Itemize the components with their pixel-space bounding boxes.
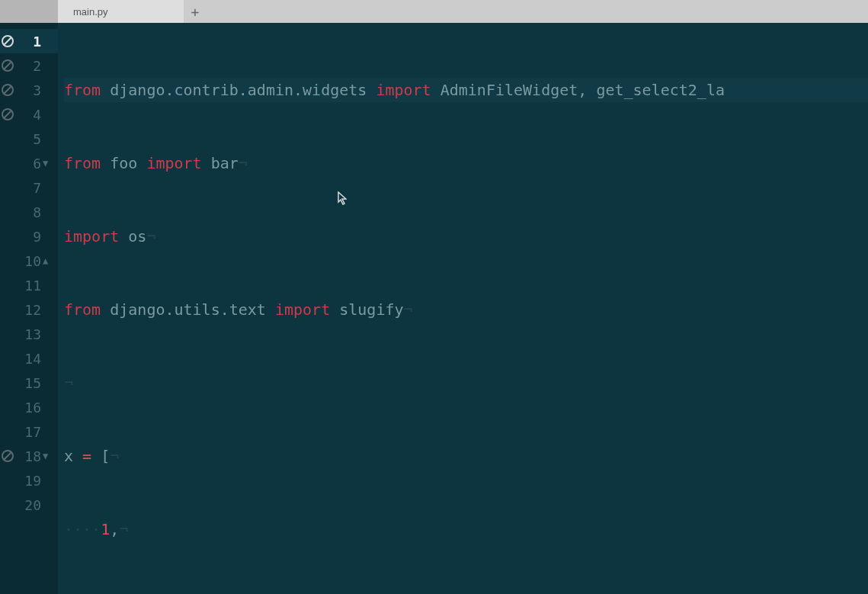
line-number: 9 [23,229,41,245]
gutter-row[interactable]: 18▼ [0,444,58,468]
line-number: 13 [23,326,41,342]
gutter-row[interactable]: 1 [0,29,58,53]
code-area[interactable]: from django.contrib.admin.widgets import… [58,23,868,594]
line-number: 10 [23,253,41,269]
line-number: 15 [23,375,41,391]
tab-bar-spacer [0,0,58,23]
code-line: ¬ [64,371,868,395]
fold-close-icon[interactable]: ▲ [43,255,53,266]
line-number: 18 [23,448,41,464]
gutter[interactable]: 123456▼78910▲1112131415161718▼1920 [0,23,58,594]
code-line: x = [¬ [64,444,868,468]
plus-icon: + [191,4,200,20]
gutter-row[interactable]: 2 [0,53,58,78]
line-number: 2 [23,58,41,74]
code-line: import os¬ [64,224,868,249]
line-number: 17 [23,424,41,440]
gutter-row[interactable]: 17 [0,419,58,444]
gutter-row[interactable]: 14 [0,346,58,371]
gutter-row[interactable]: 8 [0,200,58,224]
gutter-row[interactable]: 15 [0,371,58,395]
fold-open-icon[interactable]: ▼ [43,158,53,169]
line-number: 19 [23,473,41,489]
line-number: 14 [23,351,41,367]
gutter-row[interactable]: 7 [0,175,58,200]
tab-main-py[interactable]: main.py [58,0,184,23]
line-number: 12 [23,302,41,318]
tab-bar: main.py + [0,0,868,23]
new-tab-button[interactable]: + [184,0,207,23]
gutter-row[interactable]: 4 [0,102,58,127]
gutter-row[interactable]: 6▼ [0,151,58,175]
gutter-row[interactable]: 19 [0,468,58,493]
lint-error-icon[interactable] [2,59,14,72]
gutter-row[interactable]: 20 [0,493,58,517]
fold-open-icon[interactable]: ▼ [43,451,53,461]
lint-error-icon[interactable] [2,35,14,47]
line-number: 16 [23,400,41,416]
gutter-row[interactable]: 3 [0,78,58,102]
line-number: 4 [23,107,41,123]
gutter-row[interactable]: 11 [0,273,58,297]
gutter-row[interactable]: 10▲ [0,249,58,273]
line-number: 20 [23,497,41,513]
tab-filename: main.py [73,6,108,18]
lint-error-icon[interactable] [2,450,14,462]
line-number: 5 [23,131,41,147]
gutter-row[interactable]: 9 [0,224,58,249]
line-number: 3 [23,82,41,98]
lint-error-icon[interactable] [2,108,14,120]
line-number: 1 [23,34,41,50]
code-line: from foo import bar¬ [64,151,868,175]
line-number: 11 [23,278,41,294]
lint-error-icon[interactable] [2,84,14,96]
code-line: from django.utils.text import slugify¬ [64,297,868,322]
line-number: 6 [23,156,41,172]
code-line: ····2,¬ [64,590,868,594]
gutter-row[interactable]: 5 [0,127,58,151]
line-number: 8 [23,204,41,220]
code-line: ····1,¬ [64,517,868,541]
line-number: 7 [23,180,41,196]
gutter-row[interactable]: 12 [0,297,58,322]
gutter-row[interactable]: 13 [0,322,58,346]
gutter-row[interactable]: 16 [0,395,58,419]
code-line: from django.contrib.admin.widgets import… [64,78,868,102]
editor: 123456▼78910▲1112131415161718▼1920 from … [0,23,868,594]
